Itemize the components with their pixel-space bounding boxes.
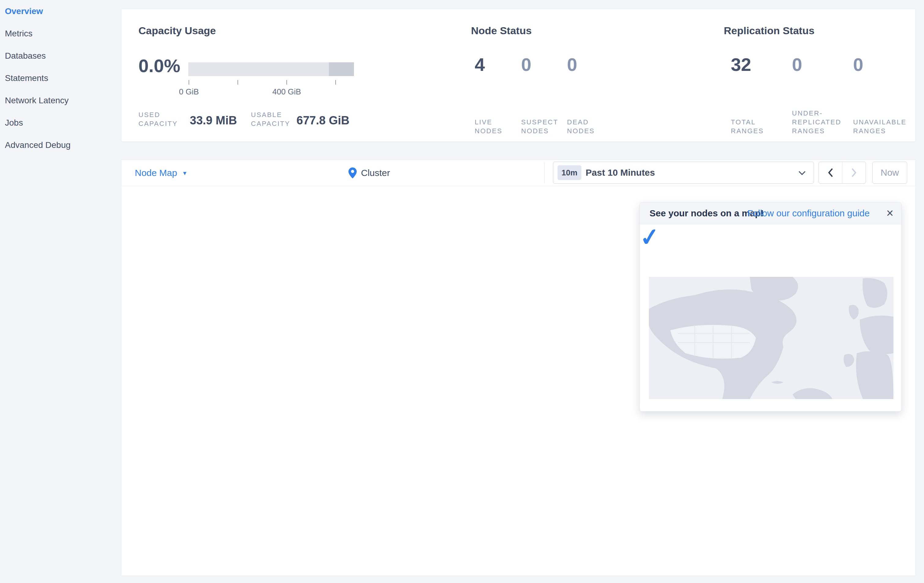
axis-tick (188, 80, 189, 85)
axis-tick (335, 80, 336, 85)
stat-value: 0 (521, 54, 531, 75)
usable-capacity-value: 677.8 GiB (297, 114, 349, 127)
capacity-bar-reserved (329, 63, 354, 76)
tooltip-header: See your nodes on a map! Follow our conf… (640, 203, 901, 224)
axis-tick (286, 80, 287, 85)
stat-column: 32TOTALRANGES (731, 54, 792, 137)
axis-tick-label: 400 GiB (262, 87, 311, 97)
view-selector-dropdown[interactable]: Node Map▼ (135, 160, 187, 186)
world-map-preview (649, 277, 893, 399)
view-selector-label: Node Map (135, 168, 177, 178)
map-toolbar: Node Map▼ Cluster 10m Past 10 Minutes No… (121, 160, 916, 186)
cluster-summary-panel: Capacity Usage 0.0% 0 GiB 400 GiB USEDCA… (121, 8, 916, 142)
chevron-down-icon (799, 171, 806, 176)
world-map-shapes (649, 277, 893, 399)
sidebar-item-network-latency[interactable]: Network Latency (0, 89, 121, 112)
time-range-badge: 10m (558, 165, 581, 180)
stat-column: 0DEADNODES (567, 54, 622, 137)
sidebar-item-jobs[interactable]: Jobs (0, 112, 121, 134)
caret-down-icon: ▼ (182, 170, 187, 176)
node-status-title: Node Status (471, 25, 531, 37)
close-icon[interactable]: × (886, 203, 893, 224)
time-range-dropdown[interactable]: 10m Past 10 Minutes (553, 161, 814, 184)
next-interval-button[interactable] (842, 162, 866, 183)
step-done-check-icon: ✓ (638, 222, 661, 252)
now-button[interactable]: Now (872, 161, 907, 184)
stat-label: TOTALRANGES (731, 118, 764, 135)
stat-column: 0UNAVAILABLERANGES (853, 54, 924, 137)
sidebar-item-databases[interactable]: Databases (0, 44, 121, 67)
configuration-guide-link[interactable]: Follow our configuration guide (747, 203, 870, 224)
usable-capacity-label: USABLECAPACITY (251, 110, 290, 128)
stat-value: 4 (475, 54, 485, 75)
sidebar-item-advanced-debug[interactable]: Advanced Debug (0, 134, 121, 156)
node-status-stats: 4LIVENODES0SUSPECTNODES0DEADNODES (475, 54, 622, 137)
used-capacity-label: USEDCAPACITY (139, 110, 178, 128)
time-step-buttons (818, 161, 866, 184)
time-range-value: Past 10 Minutes (586, 162, 655, 183)
stat-label: DEADNODES (567, 118, 595, 135)
stat-value: 0 (792, 54, 802, 75)
stat-value: 32 (731, 54, 751, 75)
sidebar-item-metrics[interactable]: Metrics (0, 22, 121, 44)
sidebar-item-overview[interactable]: Overview (0, 0, 121, 22)
locality-setup-tooltip: See your nodes on a map! Follow our conf… (639, 202, 902, 412)
prev-interval-button[interactable] (819, 162, 842, 183)
stat-column: 4LIVENODES (475, 54, 521, 137)
capacity-bar (188, 63, 354, 76)
tooltip-title: See your nodes on a map! (650, 203, 764, 224)
stat-label: UNDER-REPLICATEDRANGES (792, 109, 842, 135)
breadcrumb[interactable]: Cluster (361, 160, 390, 186)
stat-label: UNAVAILABLERANGES (853, 118, 907, 135)
replication-status-title: Replication Status (724, 25, 815, 37)
location-pin-icon (348, 168, 357, 180)
axis-tick-label: 0 GiB (165, 87, 213, 97)
stat-column: 0UNDER-REPLICATEDRANGES (792, 54, 853, 137)
stat-column: 0SUSPECTNODES (521, 54, 567, 137)
capacity-usage-title: Capacity Usage (139, 25, 216, 37)
replication-status-stats: 32TOTALRANGES0UNDER-REPLICATEDRANGES0UNA… (731, 54, 924, 137)
stat-value: 0 (853, 54, 863, 75)
stat-label: SUSPECTNODES (521, 118, 558, 135)
stat-label: LIVENODES (475, 118, 503, 135)
used-capacity-value: 33.9 MiB (190, 114, 237, 127)
stat-value: 0 (567, 54, 577, 75)
capacity-percent: 0.0% (139, 55, 180, 76)
sidebar: OverviewMetricsDatabasesStatementsNetwor… (0, 0, 121, 583)
sidebar-item-statements[interactable]: Statements (0, 67, 121, 89)
axis-tick (238, 80, 238, 85)
